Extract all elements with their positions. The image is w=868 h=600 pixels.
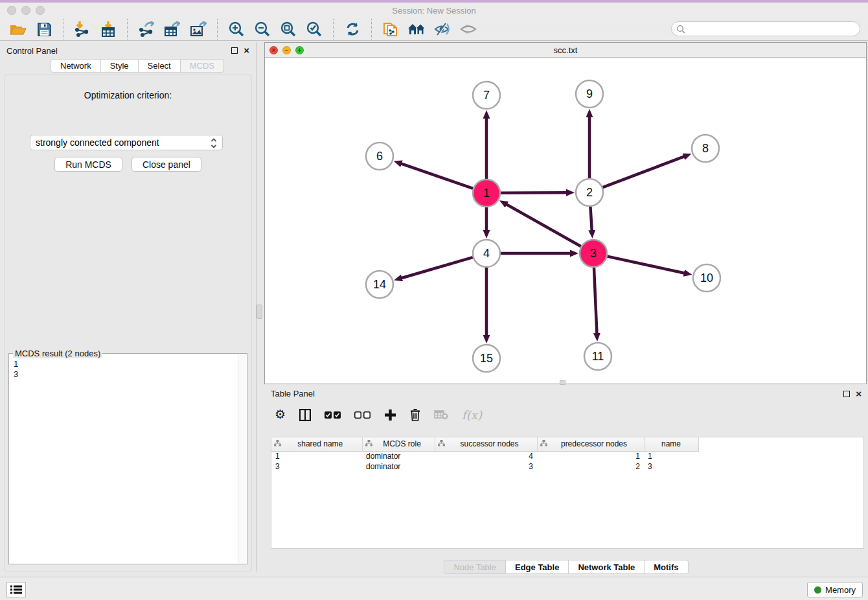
tab-edge-table[interactable]: Edge Table <box>506 560 569 574</box>
zoom-selected-button[interactable] <box>303 19 325 39</box>
edge-1-6[interactable] <box>400 163 473 189</box>
graph-node-4[interactable]: 4 <box>473 240 500 267</box>
gear-icon[interactable]: ⚙ <box>275 409 286 421</box>
svg-text:6: 6 <box>376 150 383 163</box>
mcds-tab-content: Optimization criterion: strongly connect… <box>4 75 252 571</box>
graph-node-6[interactable]: 6 <box>366 143 393 170</box>
panel-splitter-handle[interactable] <box>257 305 262 319</box>
main-toolbar <box>0 18 868 41</box>
memory-label: Memory <box>825 585 856 595</box>
close-panel-icon[interactable]: × <box>244 47 249 54</box>
result-scrollbar[interactable] <box>238 354 246 563</box>
tab-node-table[interactable]: Node Table <box>444 560 506 574</box>
table-toolbar: ⚙ f(x) <box>264 402 868 428</box>
svg-text:11: 11 <box>592 350 604 363</box>
table-cell[interactable]: dominator <box>362 451 435 461</box>
export-network-button[interactable] <box>135 19 157 39</box>
select-all-icon[interactable] <box>325 411 341 419</box>
tab-style[interactable]: Style <box>101 59 139 73</box>
tree-sort-icon <box>540 439 547 448</box>
float-table-panel-icon[interactable] <box>843 391 850 397</box>
network-canvas[interactable]: 1234678910111415 <box>265 58 866 384</box>
edge-4-14[interactable] <box>401 257 473 278</box>
float-panel-icon[interactable] <box>231 47 238 54</box>
table-cell[interactable]: 4 <box>435 451 537 461</box>
table-cell[interactable]: 2 <box>537 461 644 472</box>
hide-graphics-details-button[interactable] <box>431 19 453 39</box>
zoom-out-button[interactable] <box>251 19 273 39</box>
graph-node-3[interactable]: 3 <box>580 240 607 267</box>
tab-select[interactable]: Select <box>139 59 181 73</box>
app-titlebar: Session: New Session <box>0 3 868 18</box>
table-cell[interactable]: 1 <box>644 451 698 461</box>
node-table[interactable]: shared nameMCDS rolesuccessor nodesprede… <box>271 437 864 549</box>
edge-3-1[interactable] <box>506 204 581 247</box>
graph-node-14[interactable]: 14 <box>366 271 393 298</box>
edge-2-8[interactable] <box>603 156 685 187</box>
table-row[interactable]: 3dominator323 <box>271 461 698 472</box>
open-session-button[interactable] <box>7 19 29 39</box>
edge-3-10[interactable] <box>607 257 685 273</box>
delete-icon[interactable] <box>410 409 420 421</box>
canvas-splitter-handle[interactable] <box>560 380 565 385</box>
column-header-MCDS-role[interactable]: MCDS role <box>362 437 435 451</box>
tab-network[interactable]: Network <box>51 59 101 73</box>
export-table-icon <box>165 21 180 37</box>
svg-text:3: 3 <box>590 247 597 260</box>
export-image-button[interactable] <box>187 19 209 39</box>
network-graph: 1234678910111415 <box>265 58 866 384</box>
mcds-result-item: 3 <box>14 369 247 380</box>
refresh-layout-button[interactable] <box>341 19 363 39</box>
show-task-history-button[interactable] <box>6 582 26 597</box>
import-table-button[interactable] <box>97 19 119 39</box>
table-cell[interactable]: dominator <box>362 461 435 472</box>
table-row[interactable]: 1dominator411 <box>271 451 698 461</box>
edge-2-3[interactable] <box>590 207 591 231</box>
global-search-field[interactable] <box>671 21 860 36</box>
close-table-panel-icon[interactable]: × <box>856 391 862 397</box>
graph-node-10[interactable]: 10 <box>693 264 720 292</box>
graph-node-15[interactable]: 15 <box>473 345 500 372</box>
table-cell[interactable]: 3 <box>644 461 698 472</box>
save-session-button[interactable] <box>33 19 55 39</box>
tab-network-table[interactable]: Network Table <box>569 560 645 574</box>
run-mcds-button[interactable]: Run MCDS <box>54 157 122 172</box>
function-builder-icon: f(x) <box>462 408 482 422</box>
clone-network-button[interactable] <box>380 19 402 39</box>
graph-node-11[interactable]: 11 <box>584 343 611 370</box>
graph-node-9[interactable]: 9 <box>576 80 603 108</box>
zoom-fit-button[interactable] <box>277 19 299 39</box>
svg-text:9: 9 <box>586 87 593 100</box>
graph-node-1[interactable]: 1 <box>473 179 500 207</box>
app-title: Session: New Session <box>0 6 868 16</box>
zoom-in-button[interactable] <box>225 19 247 39</box>
column-view-icon[interactable] <box>299 409 311 421</box>
tab-motifs[interactable]: Motifs <box>645 560 688 574</box>
column-header-successor-nodes[interactable]: successor nodes <box>435 437 537 451</box>
column-header-shared-name[interactable]: shared name <box>271 437 362 451</box>
memory-button[interactable]: Memory <box>807 582 863 597</box>
close-panel-button[interactable]: Close panel <box>131 157 201 172</box>
table-cell[interactable]: 1 <box>537 451 644 461</box>
deselect-all-icon[interactable] <box>354 411 371 419</box>
graph-node-2[interactable]: 2 <box>576 179 603 206</box>
mcds-result-box: MCDS result (2 nodes) 13 <box>8 353 247 564</box>
import-network-button[interactable] <box>71 19 93 39</box>
svg-text:1: 1 <box>483 187 490 200</box>
table-cell[interactable]: 3 <box>435 461 537 472</box>
column-header-predecessor-nodes[interactable]: predecessor nodes <box>537 437 644 451</box>
tab-mcds[interactable]: MCDS <box>181 59 224 73</box>
table-cell[interactable]: 1 <box>271 451 362 461</box>
criterion-dropdown[interactable]: strongly connected component <box>30 135 223 150</box>
column-header-name[interactable]: name <box>644 437 698 451</box>
graph-node-7[interactable]: 7 <box>473 82 500 109</box>
zoom-selected-icon <box>306 21 322 37</box>
edge-3-11[interactable] <box>594 268 597 334</box>
show-graphics-details-button[interactable] <box>457 19 479 39</box>
table-cell[interactable]: 3 <box>271 461 362 472</box>
edge-1-2[interactable] <box>501 192 567 193</box>
graph-node-8[interactable]: 8 <box>692 135 719 162</box>
home-button[interactable] <box>405 19 428 39</box>
export-table-button[interactable] <box>161 19 183 39</box>
add-icon[interactable] <box>384 409 396 421</box>
